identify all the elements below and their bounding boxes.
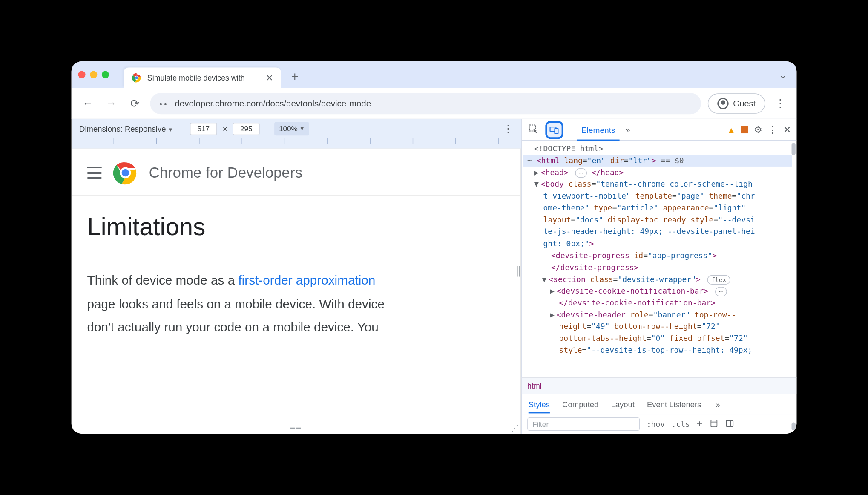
reload-button[interactable]: ⟳: [126, 95, 144, 112]
gear-icon[interactable]: ⚙: [754, 124, 762, 136]
tabs-dropdown-button[interactable]: ⌄: [775, 67, 790, 82]
profile-button[interactable]: Guest: [708, 93, 765, 114]
cls-toggle[interactable]: .cls: [672, 420, 690, 429]
device-menu-button[interactable]: ⋮: [503, 122, 513, 135]
rendered-page: Chrome for Developers Limitations Think …: [72, 149, 521, 434]
subtab-event-listeners[interactable]: Event Listeners: [647, 400, 701, 409]
browser-menu-button[interactable]: ⋮: [772, 97, 789, 110]
height-input[interactable]: [233, 122, 260, 135]
approximation-link[interactable]: first-order approximation: [238, 273, 375, 288]
chrome-icon: [132, 72, 142, 83]
computed-styles-icon[interactable]: [709, 419, 718, 429]
titlebar: Simulate mobile devices with ✕ + ⌄: [72, 61, 797, 88]
dom-breadcrumb[interactable]: html: [522, 377, 796, 394]
dom-body-row[interactable]: ▼<body class="tenant--chrome color-schem…: [523, 178, 792, 250]
dimensions-dropdown[interactable]: Dimensions: Responsive▼: [79, 124, 173, 133]
new-style-rule-icon[interactable]: +: [696, 418, 702, 430]
profile-label: Guest: [733, 98, 756, 108]
avatar-icon: [717, 98, 728, 109]
site-info-icon[interactable]: ⊶: [159, 99, 168, 108]
svg-rect-9: [711, 420, 717, 427]
page-paragraph: Think of device mode as a first-order ap…: [87, 269, 505, 339]
subtabs-overflow-icon[interactable]: ››: [716, 400, 719, 409]
dom-html-row[interactable]: ⋯ <html lang="en" dir="ltr"> == $0: [523, 155, 792, 167]
subtab-styles[interactable]: Styles: [529, 400, 550, 409]
page-heading: Limitations: [87, 213, 505, 241]
device-toolbar: Dimensions: Responsive▼ × 100%▼ ⋮: [72, 119, 521, 138]
subtab-computed[interactable]: Computed: [562, 400, 598, 409]
chrome-logo-icon: [113, 160, 138, 185]
styles-filter-row: :hov .cls +: [522, 414, 796, 434]
resize-handle-right[interactable]: ║: [515, 269, 519, 292]
close-tab-button[interactable]: ✕: [266, 72, 273, 83]
dom-section-row[interactable]: ▼<section class="devsite-wrapper"> flex: [523, 273, 792, 285]
page-brand: Chrome for Developers: [149, 164, 302, 181]
window-controls: [78, 71, 109, 78]
dom-progress-row[interactable]: <devsite-progress id="app-progress"> </d…: [523, 250, 792, 273]
resize-handle-bottom[interactable]: ══: [290, 423, 302, 431]
svg-rect-10: [726, 420, 733, 426]
toggle-sidebar-icon[interactable]: [725, 419, 734, 429]
dom-cookie-row[interactable]: ▶<devsite-cookie-notification-bar> ⋯ </d…: [523, 285, 792, 309]
hamburger-icon[interactable]: [87, 167, 102, 179]
devtools-toolbar: Elements ›› ▲ ⚙ ⋮ ✕: [522, 119, 796, 141]
new-tab-button[interactable]: +: [291, 69, 299, 84]
device-mode-toggle-icon[interactable]: [545, 121, 563, 138]
browser-window: Simulate mobile devices with ✕ + ⌄ ← → ⟳…: [72, 61, 797, 434]
browser-tab[interactable]: Simulate mobile devices with ✕: [124, 68, 281, 88]
element-picker-icon[interactable]: [527, 124, 540, 136]
devtools-menu-button[interactable]: ⋮: [768, 124, 777, 136]
dom-head-row[interactable]: ▶<head> ⋯ </head>: [523, 167, 792, 178]
dom-tree[interactable]: <!DOCTYPE html> ⋯ <html lang="en" dir="l…: [522, 141, 796, 377]
ruler: [72, 138, 521, 144]
address-bar[interactable]: ⊶ developer.chrome.com/docs/devtools/dev…: [150, 92, 701, 114]
forward-button[interactable]: →: [103, 95, 120, 112]
styles-filter-input[interactable]: [527, 417, 640, 431]
close-devtools-button[interactable]: ✕: [783, 124, 791, 136]
subtab-layout[interactable]: Layout: [611, 400, 635, 409]
tab-elements[interactable]: Elements: [577, 119, 620, 140]
minimize-window-button[interactable]: [90, 71, 97, 78]
styles-subtabs: Styles Computed Layout Event Listeners ›…: [522, 394, 796, 415]
issues-icon[interactable]: [741, 126, 748, 133]
tabs-overflow-icon[interactable]: ››: [625, 125, 629, 135]
dimensions-times: ×: [223, 124, 227, 133]
device-mode-pane: Dimensions: Responsive▼ × 100%▼ ⋮: [72, 119, 521, 434]
tab-title: Simulate mobile devices with: [147, 73, 245, 82]
warning-icon[interactable]: ▲: [727, 125, 736, 134]
url-text: developer.chrome.com/docs/devtools/devic…: [175, 98, 371, 109]
width-input[interactable]: [190, 122, 217, 135]
toolbar: ← → ⟳ ⊶ developer.chrome.com/docs/devtoo…: [72, 88, 797, 119]
devtools-pane: Elements ›› ▲ ⚙ ⋮ ✕ <!DOCTYPE html> ⋯ <h…: [521, 119, 797, 434]
zoom-dropdown[interactable]: 100%▼: [274, 122, 309, 135]
dom-header-row[interactable]: ▶<devsite-header role="banner" top-row--…: [523, 309, 792, 356]
dom-doctype: <!DOCTYPE html>: [534, 144, 603, 153]
svg-rect-8: [555, 128, 558, 134]
resize-handle-corner[interactable]: ⋰: [511, 423, 519, 432]
back-button[interactable]: ←: [79, 95, 96, 112]
maximize-window-button[interactable]: [102, 71, 109, 78]
scrollbar-thumb[interactable]: [792, 423, 796, 430]
scrollbar-thumb[interactable]: [792, 143, 796, 155]
close-window-button[interactable]: [78, 71, 85, 78]
hov-toggle[interactable]: :hov: [647, 420, 665, 429]
